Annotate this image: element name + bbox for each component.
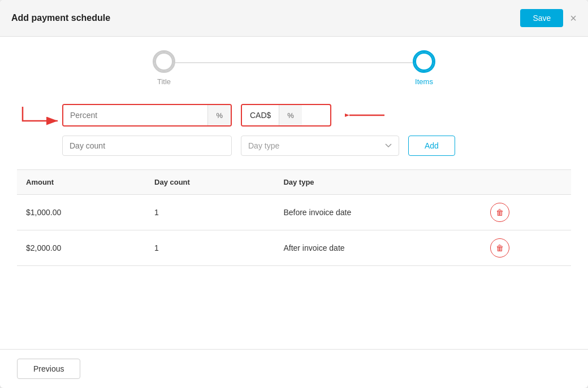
day-row: Day type Add (17, 136, 571, 156)
percent-input[interactable] (63, 105, 207, 125)
add-payment-schedule-modal: Add payment schedule Save × Title Items (0, 0, 588, 388)
currency-field-group: CAD$ % (241, 104, 331, 127)
day-type-select[interactable]: Day type (241, 136, 399, 156)
cell-action: 🗑 (481, 195, 571, 230)
header-actions: Save × (520, 9, 577, 27)
add-button[interactable]: Add (408, 136, 455, 156)
table-row: $1,000.001Before invoice date🗑 (17, 195, 571, 230)
step-items: Items (413, 50, 435, 86)
table-header: Amount Day count Day type (17, 170, 571, 195)
table-row: $2,000.001After invoice date🗑 (17, 230, 571, 266)
col-actions (481, 170, 571, 195)
percent-field-group: % (62, 104, 232, 127)
step-title: Title (153, 50, 175, 86)
delete-button[interactable]: 🗑 (490, 238, 509, 258)
table-body: $1,000.001Before invoice date🗑$2,000.001… (17, 195, 571, 266)
arrow-to-currency (345, 104, 390, 127)
cell-day-count: 1 (145, 195, 274, 230)
day-count-input[interactable] (62, 136, 232, 156)
col-amount: Amount (17, 170, 145, 195)
cell-day-type: After invoice date (274, 230, 481, 266)
previous-button[interactable]: Previous (17, 359, 80, 379)
cell-action: 🗑 (481, 230, 571, 266)
col-day-count: Day count (145, 170, 274, 195)
payment-schedule-table: Amount Day count Day type $1,000.001Befo… (17, 170, 571, 266)
currency-cad-button[interactable]: CAD$ (242, 105, 279, 125)
modal-title: Add payment schedule (11, 13, 110, 23)
save-button[interactable]: Save (520, 9, 563, 27)
cell-day-count: 1 (145, 230, 274, 266)
delete-button[interactable]: 🗑 (490, 203, 509, 222)
step-title-label: Title (157, 77, 171, 86)
currency-percent-button[interactable]: % (279, 105, 302, 125)
col-day-type: Day type (274, 170, 481, 195)
cell-amount: $1,000.00 (17, 195, 145, 230)
percent-button[interactable]: % (207, 105, 231, 125)
step-items-circle (413, 50, 435, 73)
cell-day-type: Before invoice date (274, 195, 481, 230)
modal-footer: Previous (0, 349, 588, 388)
close-button[interactable]: × (570, 12, 577, 24)
modal-body: Title Items % (0, 37, 588, 349)
cell-amount: $2,000.00 (17, 230, 145, 266)
step-title-circle (153, 50, 175, 73)
step-items-label: Items (415, 77, 433, 86)
modal-header: Add payment schedule Save × (0, 0, 588, 37)
arrow-to-percent (17, 104, 62, 127)
step-connector (175, 62, 413, 63)
steps-container: Title Items (17, 50, 571, 86)
